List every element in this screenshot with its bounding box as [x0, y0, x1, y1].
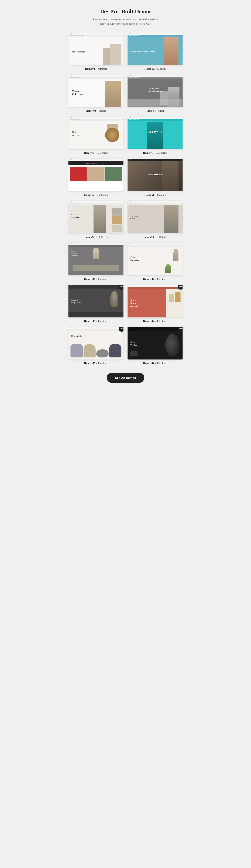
- demo-item-v2: Enjoy This Summer Trends Home v2 – Moder…: [128, 32, 183, 70]
- demo-item-v16: New HiataTea Pot Home v16 – Furniture: [128, 327, 183, 365]
- demo-label-v15: Home v15 – Furniture: [84, 362, 108, 365]
- see-all-wrapper: See All Demos: [68, 373, 183, 383]
- v12-thumb-text: FreeShipping: [131, 255, 139, 262]
- demo-item-v15: New New Arrivals Home v15 – Furniture: [68, 327, 123, 365]
- demo-label-v7: Home v7 – Lookbook: [84, 193, 108, 196]
- v7-thumb-text: BEST SELLING PRODUCTS: [86, 162, 106, 164]
- demo-item-v11: Createthe perfectwork space Home v11 – F…: [68, 243, 123, 281]
- demo-thumb-v7[interactable]: BEST SELLING PRODUCTS: [68, 159, 123, 191]
- demo-item-v9: Faded EffectSweatshirt Home v9 – Full Sc…: [68, 201, 123, 239]
- demo-label-v13: Home v13 – Furniture: [84, 319, 108, 323]
- demo-thumb-v10[interactable]: The SummerCloset: [128, 201, 183, 233]
- see-all-button[interactable]: See All Demos: [107, 373, 144, 383]
- demo-item-v14: New GustaveBenchAmbient Home v14 – Furni…: [128, 285, 183, 323]
- demo-thumb-v15[interactable]: New New Arrivals: [68, 327, 123, 360]
- v1-thumb-text: New Arrivals: [72, 50, 85, 53]
- demo-thumb-v11[interactable]: Createthe perfectwork space: [68, 243, 123, 275]
- page-header: 16+ Pre–Built Demos Create a really awes…: [68, 8, 183, 26]
- demo-label-v12: Home v12 – Furniture: [143, 277, 167, 281]
- demo-thumb-v4[interactable]: Enjoy ThisSummer Trends: [128, 74, 183, 107]
- v10-thumb-text: The SummerCloset: [131, 215, 141, 220]
- demo-label-v8: Home v8 – Parallax: [144, 193, 166, 196]
- v14-thumb-text: GustaveBenchAmbient: [131, 299, 138, 307]
- v6-thumb-text: ARRIVALS: [148, 130, 162, 133]
- demo-label-v3: Home v3 – Classic: [86, 109, 106, 113]
- demo-item-v4: Enjoy ThisSummer Trends Home v4 – Clean: [128, 74, 183, 113]
- v16-thumb-text: HiataTea Pot: [131, 341, 137, 347]
- demo-thumb-v16[interactable]: New HiataTea Pot: [128, 327, 183, 360]
- v11-thumb-text: Createthe perfectwork space: [71, 250, 78, 257]
- v15-thumb-text: New Arrivals: [71, 335, 82, 337]
- demo-label-v11: Home v11 – Furniture: [84, 277, 108, 281]
- v8-thumb-text: New Arrivals: [148, 173, 162, 176]
- v4-thumb-text: Enjoy ThisSummer Trends: [148, 87, 162, 93]
- demo-item-v12: FreeShipping Home v12 – Furniture: [128, 243, 183, 281]
- v15-jug: [109, 344, 121, 358]
- v13-thumb-text: SmokedGrey Glossy: [71, 299, 81, 304]
- demo-item-v3: WomanCollection Home v3 – Classic: [68, 74, 123, 113]
- demo-label-v14: Home v14 – Furniture: [143, 319, 167, 323]
- demo-thumb-v12[interactable]: FreeShipping: [128, 243, 183, 275]
- demo-thumb-v9[interactable]: Faded EffectSweatshirt: [68, 201, 123, 233]
- page-subtitle: Create a really awesome online store, ch…: [91, 17, 160, 26]
- demo-thumb-v13[interactable]: New SmokedGrey Glossy: [68, 285, 123, 317]
- v15-vase: [71, 344, 83, 358]
- demo-thumb-v14[interactable]: New GustaveBenchAmbient: [128, 285, 183, 317]
- demo-label-v2: Home v2 – Modern: [144, 67, 166, 70]
- demo-label-v1: Home v1 – Minimal: [85, 67, 107, 70]
- v5-thumb-text: NewArrivals: [72, 130, 80, 136]
- demo-thumb-v2[interactable]: Enjoy This Summer Trends: [128, 32, 183, 65]
- page-container: 16+ Pre–Built Demos Create a really awes…: [68, 8, 183, 383]
- demo-item-v7: BEST SELLING PRODUCTS Home v7 – Lookbook: [68, 159, 123, 196]
- demo-thumb-v6[interactable]: ARRIVALS: [128, 117, 183, 149]
- demo-item-v10: The SummerCloset Home v10 – Full Slider: [128, 201, 183, 239]
- demo-thumb-v5[interactable]: NewArrivals: [68, 117, 123, 149]
- demos-grid: New Arrivals Home v1 – Minimal Enjoy Thi…: [68, 32, 183, 365]
- demo-thumb-v8[interactable]: New Arrivals: [128, 159, 183, 191]
- demo-label-v5: Home v5 – Categories: [84, 151, 108, 155]
- demo-item-v8: New Arrivals Home v8 – Parallax: [128, 159, 183, 196]
- demo-label-v9: Home v9 – Full Screen: [83, 236, 108, 239]
- page-title: 16+ Pre–Built Demos: [68, 8, 183, 15]
- v15-bowl: [96, 349, 109, 358]
- v15-lamp: [83, 344, 96, 358]
- demo-item-v5: NewArrivals Home v5 – Categories: [68, 117, 123, 155]
- v2-thumb-text: Enjoy This Summer Trends: [131, 50, 155, 53]
- v3-thumb-text: WomanCollection: [72, 90, 83, 96]
- v9-thumb-text: Faded EffectSweatshirt: [71, 214, 81, 219]
- demo-item-v6: ARRIVALS Home v6 – Categories: [128, 117, 183, 155]
- demo-label-v16: Home v16 – Furniture: [143, 362, 167, 365]
- demo-thumb-v3[interactable]: WomanCollection: [68, 74, 123, 107]
- demo-item-v1: New Arrivals Home v1 – Minimal: [68, 32, 123, 70]
- demo-label-v6: Home v6 – Categories: [143, 151, 167, 155]
- demo-item-v13: New SmokedGrey Glossy Home v13 – Furnitu…: [68, 285, 123, 323]
- demo-thumb-v1[interactable]: New Arrivals: [68, 32, 123, 65]
- demo-label-v4: Home v4 – Clean: [146, 109, 165, 113]
- demo-label-v10: Home v10 – Full Slider: [142, 236, 168, 239]
